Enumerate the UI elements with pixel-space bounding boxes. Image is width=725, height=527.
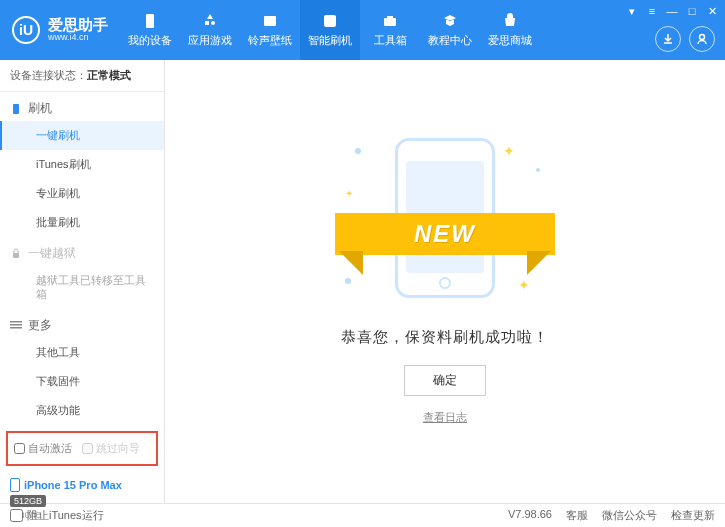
sidebar-item-oneclick-flash[interactable]: 一键刷机 bbox=[0, 121, 164, 150]
success-message: 恭喜您，保资料刷机成功啦！ bbox=[341, 328, 549, 347]
section-more[interactable]: 更多 bbox=[0, 309, 164, 338]
store-icon bbox=[500, 12, 520, 30]
app-header: iU 爱思助手 www.i4.cn 我的设备 应用游戏 铃声壁纸 智能刷机 工具… bbox=[0, 0, 725, 60]
maximize-icon[interactable]: □ bbox=[685, 4, 699, 18]
checkbox-block-itunes[interactable]: 阻止iTunes运行 bbox=[10, 508, 104, 523]
sidebar-item-batch-flash[interactable]: 批量刷机 bbox=[0, 208, 164, 237]
device-icon bbox=[140, 12, 160, 30]
footer-link-support[interactable]: 客服 bbox=[566, 508, 588, 523]
sidebar-item-pro-flash[interactable]: 专业刷机 bbox=[0, 179, 164, 208]
more-icon bbox=[10, 319, 22, 331]
close-icon[interactable]: ✕ bbox=[705, 4, 719, 18]
svg-rect-7 bbox=[13, 253, 19, 258]
download-button[interactable] bbox=[655, 26, 681, 52]
nav-my-device[interactable]: 我的设备 bbox=[120, 0, 180, 60]
sidebar-item-advanced[interactable]: 高级功能 bbox=[0, 396, 164, 425]
tutorial-icon bbox=[440, 12, 460, 30]
options-highlight-box: 自动激活 跳过向导 bbox=[6, 431, 158, 466]
flash-section-icon bbox=[10, 103, 22, 115]
device-name: iPhone 15 Pro Max bbox=[10, 478, 154, 492]
logo-block: iU 爱思助手 www.i4.cn bbox=[0, 16, 120, 44]
checkbox-auto-activate[interactable]: 自动激活 bbox=[14, 441, 72, 456]
svg-rect-0 bbox=[146, 14, 154, 28]
main-nav: 我的设备 应用游戏 铃声壁纸 智能刷机 工具箱 教程中心 爱思商城 bbox=[120, 0, 540, 60]
nav-ringtone-wallpaper[interactable]: 铃声壁纸 bbox=[240, 0, 300, 60]
svg-rect-1 bbox=[264, 16, 276, 26]
sidebar: 设备连接状态：正常模式 刷机 一键刷机 iTunes刷机 专业刷机 批量刷机 一… bbox=[0, 60, 165, 503]
ok-button[interactable]: 确定 bbox=[404, 365, 486, 396]
svg-rect-4 bbox=[387, 16, 393, 19]
menu-icon[interactable]: ▾ bbox=[625, 4, 639, 18]
svg-rect-3 bbox=[384, 18, 396, 26]
svg-rect-10 bbox=[10, 327, 22, 329]
footer-link-wechat[interactable]: 微信公众号 bbox=[602, 508, 657, 523]
storage-badge: 512GB bbox=[10, 495, 46, 507]
svg-rect-9 bbox=[10, 324, 22, 326]
view-log-link[interactable]: 查看日志 bbox=[423, 410, 467, 425]
logo-icon: iU bbox=[12, 16, 40, 44]
svg-rect-8 bbox=[10, 321, 22, 323]
app-subtitle: www.i4.cn bbox=[48, 33, 108, 43]
lock-icon bbox=[10, 248, 22, 260]
apps-icon bbox=[200, 12, 220, 30]
sidebar-item-itunes-flash[interactable]: iTunes刷机 bbox=[0, 150, 164, 179]
nav-store[interactable]: 爱思商城 bbox=[480, 0, 540, 60]
connection-status: 设备连接状态：正常模式 bbox=[0, 60, 164, 92]
main-content: ✦ ✦ ✦ NEW 恭喜您，保资料刷机成功啦！ 确定 查看日志 bbox=[165, 60, 725, 503]
skin-icon[interactable]: ≡ bbox=[645, 4, 659, 18]
svg-point-5 bbox=[700, 35, 705, 40]
nav-toolbox[interactable]: 工具箱 bbox=[360, 0, 420, 60]
nav-apps-games[interactable]: 应用游戏 bbox=[180, 0, 240, 60]
section-flash[interactable]: 刷机 bbox=[0, 92, 164, 121]
flash-icon bbox=[320, 12, 340, 30]
window-controls: ▾ ≡ — □ ✕ bbox=[625, 4, 719, 18]
success-illustration: ✦ ✦ ✦ NEW bbox=[345, 138, 545, 308]
sidebar-jailbreak-note: 越狱工具已转移至工具箱 bbox=[0, 266, 164, 309]
toolbox-icon bbox=[380, 12, 400, 30]
section-jailbreak: 一键越狱 bbox=[0, 237, 164, 266]
user-button[interactable] bbox=[689, 26, 715, 52]
version-label: V7.98.66 bbox=[508, 508, 552, 523]
nav-smart-flash[interactable]: 智能刷机 bbox=[300, 0, 360, 60]
checkbox-skip-guide[interactable]: 跳过向导 bbox=[82, 441, 140, 456]
wallpaper-icon bbox=[260, 12, 280, 30]
new-ribbon: NEW bbox=[335, 213, 555, 255]
nav-tutorials[interactable]: 教程中心 bbox=[420, 0, 480, 60]
app-title: 爱思助手 bbox=[48, 17, 108, 34]
footer-link-update[interactable]: 检查更新 bbox=[671, 508, 715, 523]
svg-rect-6 bbox=[13, 104, 19, 114]
header-actions bbox=[655, 26, 715, 52]
svg-rect-2 bbox=[324, 15, 336, 27]
sidebar-item-download-firmware[interactable]: 下载固件 bbox=[0, 367, 164, 396]
minimize-icon[interactable]: — bbox=[665, 4, 679, 18]
sidebar-item-other-tools[interactable]: 其他工具 bbox=[0, 338, 164, 367]
phone-icon bbox=[10, 478, 20, 492]
